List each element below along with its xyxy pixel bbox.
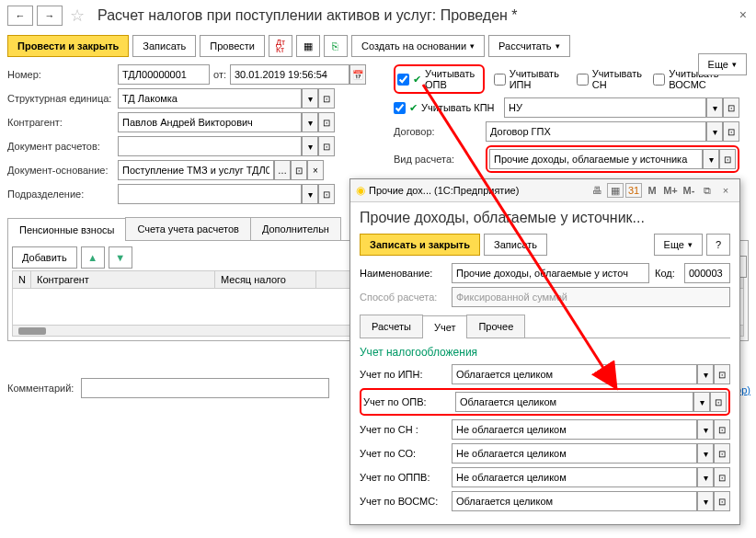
docbase-ellipsis-icon[interactable]: … xyxy=(274,160,291,180)
contract-field[interactable] xyxy=(486,121,706,142)
number-field[interactable] xyxy=(118,64,210,85)
checkbox-ipn[interactable]: Учитывать ИПН xyxy=(494,68,567,90)
doccalc-field[interactable] xyxy=(118,136,302,156)
counterparty-open-icon[interactable]: ⊡ xyxy=(318,112,335,132)
row-so-select[interactable]: ▾ xyxy=(697,443,714,464)
write-button[interactable]: Записать xyxy=(132,35,196,57)
row-sn-field[interactable] xyxy=(452,419,697,440)
docbase-open-icon[interactable]: ⊡ xyxy=(291,160,307,180)
calctype-field[interactable] xyxy=(489,149,703,169)
calctype-label: Вид расчета: xyxy=(394,154,486,165)
row-opv-field[interactable] xyxy=(455,392,693,412)
counterparty-field[interactable] xyxy=(118,112,302,132)
tab-accounts[interactable]: Счета учета расчетов xyxy=(125,217,250,240)
doccalc-open-icon[interactable]: ⊡ xyxy=(318,136,335,156)
comment-field[interactable] xyxy=(81,378,329,398)
tab-pension[interactable]: Пенсионные взносы xyxy=(7,218,126,241)
checkbox-opv[interactable]: ✔Учитывать ОПВ xyxy=(397,68,481,90)
row-opv-open[interactable]: ⊡ xyxy=(710,392,727,412)
method-field xyxy=(452,287,730,307)
tab-additional[interactable]: Дополнительн xyxy=(250,217,341,240)
m-plus-icon[interactable]: M+ xyxy=(662,183,679,198)
popout-icon[interactable]: ⧉ xyxy=(699,183,716,198)
row-sn-open[interactable]: ⊡ xyxy=(714,419,730,440)
create-based-button[interactable]: Создать на основании xyxy=(351,35,485,57)
calctype-open-icon[interactable]: ⊡ xyxy=(719,149,736,169)
forward-button[interactable]: → xyxy=(37,6,63,26)
modal-write-button[interactable]: Записать xyxy=(484,234,547,256)
checkbox-kpn[interactable]: ✔Учитывать КПН xyxy=(394,102,504,114)
modal-tab-other[interactable]: Прочее xyxy=(466,315,525,338)
number-label: Номер: xyxy=(7,69,118,80)
col-counterparty: Контрагент xyxy=(31,271,215,288)
row-oppv-field[interactable] xyxy=(452,467,697,487)
dtkt-icon[interactable]: ДтКт xyxy=(269,35,292,57)
subdiv-open-icon[interactable]: ⊡ xyxy=(318,184,335,204)
app-logo-icon: ◉ xyxy=(356,184,365,197)
subdiv-select-icon[interactable]: ▾ xyxy=(302,184,318,204)
unit-select-icon[interactable]: ▾ xyxy=(302,88,318,109)
modal-title: Прочие доходы, облагаемые у источник... xyxy=(350,202,739,230)
print-icon[interactable]: 🖶 xyxy=(589,183,605,198)
date-picker-icon[interactable]: 📅 xyxy=(349,64,366,85)
modal-write-close-button[interactable]: Записать и закрыть xyxy=(360,234,480,256)
row-sn-select[interactable]: ▾ xyxy=(697,419,714,440)
col-n: N xyxy=(13,271,31,288)
kpn-open-icon[interactable]: ⊡ xyxy=(723,97,739,118)
docbase-field[interactable] xyxy=(118,160,274,180)
close-icon[interactable]: × xyxy=(739,7,747,22)
row-oppv-open[interactable]: ⊡ xyxy=(714,467,730,487)
code-label: Код: xyxy=(655,268,684,279)
add-button[interactable]: Добавить xyxy=(12,246,77,269)
kpn-field[interactable] xyxy=(504,97,706,118)
calc-icon[interactable]: ▦ xyxy=(607,183,624,198)
m-icon[interactable]: M xyxy=(644,183,660,198)
subdiv-field[interactable] xyxy=(118,184,302,204)
code-field[interactable] xyxy=(684,263,730,283)
row-so-field[interactable] xyxy=(452,443,697,464)
row-ipn-field[interactable] xyxy=(452,364,697,384)
post-button[interactable]: Провести xyxy=(200,35,265,57)
unit-open-icon[interactable]: ⊡ xyxy=(318,88,335,109)
docbase-clear-icon[interactable]: × xyxy=(307,160,324,180)
up-icon[interactable]: ▲ xyxy=(81,246,105,269)
down-icon[interactable]: ▼ xyxy=(109,246,132,269)
calctype-select-icon[interactable]: ▾ xyxy=(703,149,719,169)
modal-tab-calc[interactable]: Расчеты xyxy=(360,315,423,338)
checkbox-sn[interactable]: Учитывать СН xyxy=(577,68,645,90)
row-ipn-open[interactable]: ⊡ xyxy=(714,364,730,384)
link-icon[interactable]: ⎘ xyxy=(324,35,348,57)
modal-close-icon[interactable]: × xyxy=(717,183,734,198)
m-minus-icon[interactable]: M- xyxy=(681,183,697,198)
modal-more-button[interactable]: Еще xyxy=(654,234,703,256)
row-ipn-select[interactable]: ▾ xyxy=(697,364,714,384)
struct-icon[interactable]: ▦ xyxy=(296,35,320,57)
more-button[interactable]: Еще xyxy=(698,53,747,75)
contract-open-icon[interactable]: ⊡ xyxy=(723,121,739,142)
calc-button[interactable]: Рассчитать xyxy=(488,35,569,57)
from-label: от: xyxy=(210,69,230,80)
row-vosms-field[interactable] xyxy=(452,491,697,511)
row-opv-select[interactable]: ▾ xyxy=(693,392,710,412)
comment-label: Комментарий: xyxy=(7,383,81,394)
contract-select-icon[interactable]: ▾ xyxy=(706,121,723,142)
post-close-button[interactable]: Провести и закрыть xyxy=(7,35,129,57)
kpn-select-icon[interactable]: ▾ xyxy=(706,97,723,118)
favorite-icon[interactable]: ☆ xyxy=(70,6,85,26)
help-icon[interactable]: ? xyxy=(706,234,730,256)
row-so-open[interactable]: ⊡ xyxy=(714,443,730,464)
name-field[interactable] xyxy=(452,263,649,283)
doccalc-select-icon[interactable]: ▾ xyxy=(302,136,318,156)
row-vosms-open[interactable]: ⊡ xyxy=(714,491,730,511)
back-button[interactable]: ← xyxy=(7,6,33,26)
doccalc-label: Документ расчетов: xyxy=(7,141,118,152)
row-vosms-select[interactable]: ▾ xyxy=(697,491,714,511)
unit-field[interactable] xyxy=(118,88,302,109)
modal-tab-acct[interactable]: Учет xyxy=(422,315,468,338)
counterparty-select-icon[interactable]: ▾ xyxy=(302,112,318,132)
date-icon[interactable]: 31 xyxy=(625,183,642,198)
row-oppv-label: Учет по ОППВ: xyxy=(360,472,452,483)
row-oppv-select[interactable]: ▾ xyxy=(697,467,714,487)
date-field[interactable] xyxy=(230,64,349,85)
row-opv-label: Учет по ОПВ: xyxy=(363,396,455,407)
